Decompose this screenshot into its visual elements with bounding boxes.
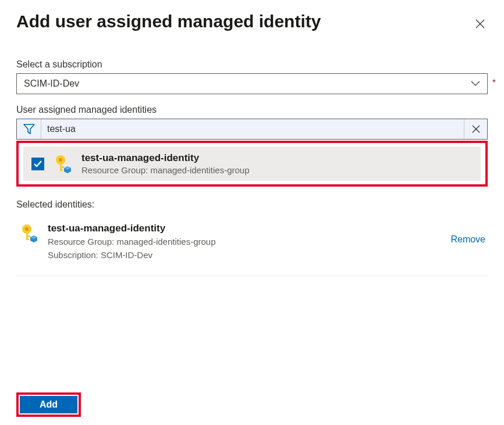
result-name: test-ua-managed-identity [81, 152, 250, 164]
svg-point-4 [59, 158, 62, 162]
result-meta: Resource Group: managed-identities-group [81, 165, 250, 175]
managed-identity-icon [52, 153, 73, 174]
identity-result-row[interactable]: test-ua-managed-identity Resource Group:… [23, 147, 481, 181]
filter-icon-cell [17, 119, 41, 139]
identities-label: User assigned managed identities [16, 105, 488, 115]
filter-icon [23, 124, 35, 134]
result-highlight: test-ua-managed-identity Resource Group:… [16, 141, 488, 187]
svg-rect-8 [26, 238, 29, 240]
selected-text: test-ua-managed-identity Resource Group:… [48, 223, 442, 262]
selected-rg: Resource Group: managed-identities-group [48, 235, 442, 249]
managed-identity-icon [19, 223, 40, 244]
svg-rect-3 [60, 169, 63, 171]
svg-rect-2 [60, 166, 64, 168]
close-button[interactable] [473, 16, 488, 31]
clear-icon [471, 124, 481, 134]
remove-link[interactable]: Remove [450, 234, 485, 245]
subscription-select-wrap: SCIM-ID-Dev * [16, 73, 488, 94]
selected-name: test-ua-managed-identity [48, 223, 442, 234]
selected-sub: Subscription: SCIM-ID-Dev [48, 249, 442, 262]
chevron-down-icon [471, 81, 480, 87]
checkmark-icon [34, 160, 42, 167]
dialog-header: Add user assigned managed identity [16, 12, 488, 31]
subscription-value: SCIM-ID-Dev [24, 78, 79, 89]
svg-point-9 [25, 227, 29, 231]
close-icon [475, 19, 485, 29]
dialog-footer: Add [16, 392, 81, 417]
svg-rect-7 [26, 235, 30, 237]
filter-row [16, 119, 488, 140]
selected-label: Selected identities: [16, 199, 488, 210]
add-highlight: Add [16, 392, 81, 417]
page-title: Add user assigned managed identity [16, 12, 321, 31]
subscription-select[interactable]: SCIM-ID-Dev [16, 73, 488, 94]
identity-checkbox[interactable] [31, 158, 44, 170]
selected-identity-row: test-ua-managed-identity Resource Group:… [16, 223, 488, 276]
result-text: test-ua-managed-identity Resource Group:… [81, 152, 250, 175]
add-button[interactable]: Add [20, 396, 77, 413]
required-indicator: * [492, 78, 496, 88]
clear-filter-button[interactable] [464, 119, 487, 139]
subscription-label: Select a subscription [16, 59, 488, 70]
filter-input[interactable] [41, 119, 464, 139]
